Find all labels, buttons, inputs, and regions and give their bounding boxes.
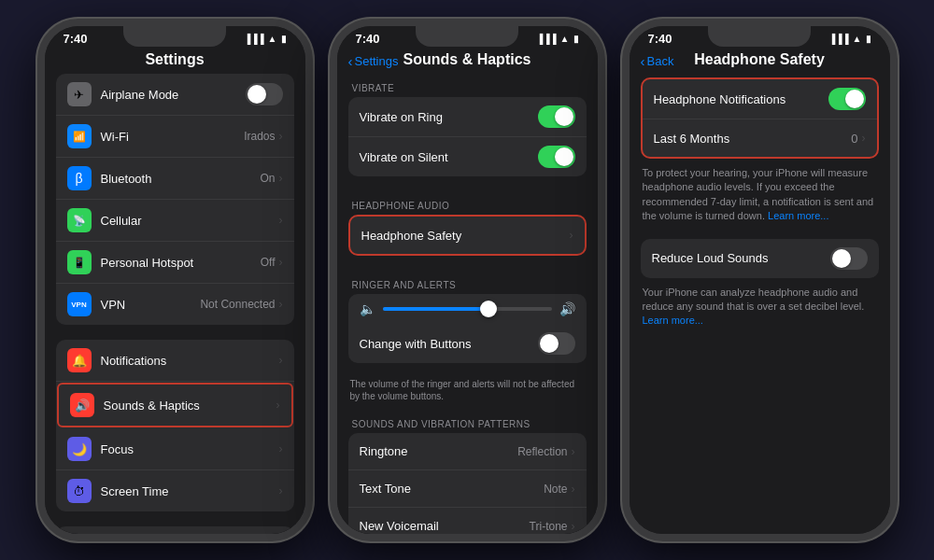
sounds-icon: 🔊 [70, 393, 94, 417]
rls-toggle[interactable] [830, 247, 868, 270]
change-buttons-toggle[interactable] [538, 332, 575, 355]
voicemail-row[interactable]: New Voicemail Tri-tone › [348, 508, 587, 534]
page-title-1: Settings [56, 51, 294, 68]
headphone-group: Headphone Safety › [348, 215, 587, 256]
cellular-chevron: › [279, 214, 283, 227]
volume-high-icon: 🔊 [559, 301, 575, 316]
nav-header-3: ‹ Back Headphone Safety [630, 48, 890, 74]
patterns-group: Ringtone Reflection › Text Tone Note › N… [348, 433, 587, 534]
notifications-row[interactable]: 🔔 Notifications › [56, 340, 294, 382]
back-chevron-2: ‹ [348, 53, 353, 69]
phone-2: 7:40 ▐▐▐ ▲ ▮ ‹ Settings Sounds & Haptics… [330, 19, 605, 541]
voicemail-chevron: › [572, 520, 575, 533]
volume-slider-row: 🔈 🔊 [348, 294, 587, 324]
sounds-label: Sounds & Haptics [104, 399, 276, 413]
vibrate-silent-toggle[interactable] [538, 146, 575, 168]
hn-toggle[interactable] [828, 88, 866, 110]
back-button-2[interactable]: ‹ Settings [348, 53, 399, 69]
notifications-label: Notifications [101, 354, 279, 368]
airplane-toggle[interactable] [246, 83, 283, 105]
last6-row: Last 6 Months 0 › [643, 119, 877, 157]
vpn-value: Not Connected [200, 298, 275, 311]
phone-1: 7:40 ▐▐▐ ▲ ▮ Settings ✈ Airplane Mode [37, 19, 313, 541]
hotspot-row[interactable]: 📱 Personal Hotspot Off › [56, 242, 294, 284]
last6-chevron: › [862, 132, 866, 145]
ringer-subtext: The volume of the ringer and alerts will… [337, 378, 598, 410]
cellular-label: Cellular [101, 214, 279, 228]
wifi-icon-3: ▲ [853, 34, 862, 44]
airplane-icon: ✈ [67, 82, 92, 106]
change-buttons-label: Change with Buttons [360, 337, 538, 351]
screentime-chevron: › [279, 484, 283, 497]
phone-3: 7:40 ▐▐▐ ▲ ▮ ‹ Back Headphone Safety [622, 19, 898, 541]
screentime-row[interactable]: ⏱ Screen Time › [56, 470, 294, 511]
time-2: 7:40 [356, 32, 380, 46]
patterns-section-label: SOUNDS AND VIBRATION PATTERNS [337, 410, 598, 433]
back-chevron-3: ‹ [641, 53, 645, 69]
focus-row[interactable]: 🌙 Focus › [56, 428, 294, 470]
change-buttons-row[interactable]: Change with Buttons [348, 324, 587, 363]
phone-1-screen: 7:40 ▐▐▐ ▲ ▮ Settings ✈ Airplane Mode [45, 26, 305, 534]
connectivity-group: ✈ Airplane Mode 📶 Wi-Fi Irados › β Bluet… [56, 74, 294, 325]
back-label-3: Back [647, 54, 674, 68]
nav-header-2: ‹ Settings Sounds & Haptics [337, 48, 598, 74]
vpn-icon: VPN [67, 292, 92, 316]
wifi-icon-2: ▲ [560, 34, 570, 44]
vibrate-ring-row[interactable]: Vibrate on Ring [348, 97, 587, 137]
vibrate-silent-row[interactable]: Vibrate on Silent [348, 137, 587, 176]
learn-more-2[interactable]: Learn more... [643, 315, 703, 326]
hn-group: Headphone Notifications Last 6 Months 0 … [641, 77, 879, 159]
sounds-row[interactable]: 🔊 Sounds & Haptics › [57, 383, 293, 427]
nav-header-1: Settings [45, 48, 305, 74]
headphone-safety-row[interactable]: Headphone Safety › [350, 217, 585, 254]
back-button-3[interactable]: ‹ Back [641, 53, 674, 69]
screentime-icon: ⏱ [67, 479, 92, 503]
battery-icon-3: ▮ [866, 34, 871, 44]
hn-desc-text: To protect your hearing, your iPhone wil… [643, 167, 874, 221]
slider-thumb[interactable] [480, 301, 497, 317]
texttone-value: Note [544, 483, 567, 496]
hn-row[interactable]: Headphone Notifications [643, 79, 877, 119]
battery-icon: ▮ [281, 34, 287, 44]
texttone-row[interactable]: Text Tone Note › [348, 470, 587, 508]
status-icons-1: ▐▐▐ ▲ ▮ [244, 34, 286, 44]
sounds-chevron: › [276, 399, 280, 412]
screentime-label: Screen Time [101, 484, 279, 498]
airplane-mode-row[interactable]: ✈ Airplane Mode [56, 74, 294, 116]
focus-label: Focus [101, 442, 279, 456]
rls-label: Reduce Loud Sounds [652, 251, 830, 265]
notifications-chevron: › [279, 354, 283, 367]
cellular-row[interactable]: 📡 Cellular › [56, 200, 294, 242]
rls-description: Your iPhone can analyze headphone audio … [630, 278, 890, 336]
vibrate-section-label: VIBRATE [337, 74, 598, 97]
rls-row[interactable]: Reduce Loud Sounds [641, 239, 879, 278]
headphone-section-label: HEADPHONE AUDIO [337, 191, 598, 215]
volume-track[interactable] [383, 307, 552, 311]
signal-icon-3: ▐▐▐ [828, 34, 848, 44]
hotspot-icon: 📱 [67, 250, 92, 274]
ringtone-row[interactable]: Ringtone Reflection › [348, 433, 587, 470]
scroll-2: VIBRATE Vibrate on Ring Vibrate on Silen… [337, 74, 598, 534]
phone-2-frame: 7:40 ▐▐▐ ▲ ▮ ‹ Settings Sounds & Haptics… [330, 19, 605, 541]
bluetooth-row[interactable]: β Bluetooth On › [56, 158, 294, 200]
time-1: 7:40 [64, 32, 88, 46]
focus-icon: 🌙 [67, 437, 92, 461]
phone-1-frame: 7:40 ▐▐▐ ▲ ▮ Settings ✈ Airplane Mode [37, 19, 313, 541]
wifi-row[interactable]: 📶 Wi-Fi Irados › [56, 116, 294, 158]
vibrate-ring-toggle[interactable] [538, 105, 575, 128]
texttone-chevron: › [572, 483, 575, 496]
ringtone-value: Reflection [517, 445, 567, 458]
signal-icon-2: ▐▐▐ [536, 34, 556, 44]
phone-2-screen: 7:40 ▐▐▐ ▲ ▮ ‹ Settings Sounds & Haptics… [337, 26, 598, 534]
volume-low-icon: 🔈 [360, 301, 375, 316]
wifi-value: Irados [244, 130, 275, 143]
bluetooth-label: Bluetooth [101, 172, 261, 186]
ringer-group: 🔈 🔊 Change with Buttons [348, 294, 587, 363]
ringtone-label: Ringtone [360, 444, 518, 458]
vpn-row[interactable]: VPN VPN Not Connected › [56, 284, 294, 325]
general-group: ⚙ General › 🎛 Control Center › AA Displa… [56, 526, 294, 534]
phone-3-frame: 7:40 ▐▐▐ ▲ ▮ ‹ Back Headphone Safety [622, 19, 898, 541]
general-row[interactable]: ⚙ General › [56, 526, 294, 534]
battery-icon-2: ▮ [573, 34, 579, 44]
learn-more-1[interactable]: Learn more... [768, 210, 828, 221]
